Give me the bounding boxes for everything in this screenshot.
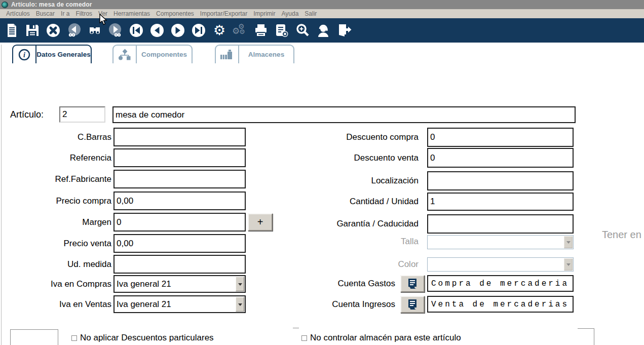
menu-ayuda[interactable]: Ayuda — [279, 10, 302, 17]
tab-label-componentes: Componentes — [137, 46, 192, 63]
settings-button[interactable]: ⚙ — [212, 22, 227, 39]
support-agent-icon — [316, 23, 331, 38]
articulo-code-input[interactable] — [59, 106, 105, 123]
new-record-button[interactable] — [4, 22, 19, 39]
print-button[interactable] — [253, 22, 269, 39]
first-record-button[interactable] — [129, 22, 144, 39]
previous-record-icon — [149, 23, 165, 38]
cuenta-ingresos-input[interactable] — [427, 296, 574, 313]
ledger-icon — [406, 278, 419, 290]
last-record-button[interactable] — [191, 22, 206, 39]
toolbar: ⚙ ⚙⚙⚙ — [0, 18, 644, 43]
menu-articulos[interactable]: Artículos — [3, 10, 33, 17]
last-record-icon — [191, 23, 206, 38]
tab-label-datos-generales: Datos Generales — [36, 46, 91, 63]
no-descuentos-checkbox[interactable] — [71, 335, 77, 341]
referencia-input[interactable] — [113, 148, 246, 167]
next-record-button[interactable] — [170, 22, 185, 39]
gears-icon: ⚙⚙⚙ — [233, 23, 248, 38]
tab-almacenes[interactable]: Almacenes — [215, 45, 294, 63]
search-next-icon — [108, 23, 123, 38]
tab-label-almacenes: Almacenes — [239, 46, 293, 63]
groupbox-left — [10, 329, 58, 345]
precio-compra-input[interactable] — [113, 191, 246, 210]
descuento-venta-input[interactable] — [427, 148, 574, 168]
cbarras-input[interactable] — [113, 128, 246, 146]
ref-fabricante-input[interactable] — [113, 170, 246, 188]
iva-compras-select[interactable]: Iva general 21 — [113, 275, 246, 293]
chevron-down-icon — [566, 263, 571, 268]
first-record-icon — [129, 23, 144, 38]
cuenta-gastos-lookup-button[interactable] — [400, 275, 425, 292]
batch-processes-button[interactable]: ⚙⚙⚙ — [233, 22, 248, 39]
descuento-compra-input[interactable] — [427, 128, 574, 147]
cuenta-ingresos-label: Cuenta Ingresos — [260, 296, 395, 313]
exit-button[interactable] — [336, 22, 352, 39]
cuenta-ingresos-lookup-button[interactable] — [400, 296, 425, 313]
save-icon — [25, 23, 40, 38]
mouse-cursor — [99, 14, 107, 26]
window-title: Artículo: mesa de comedor — [11, 1, 92, 8]
menu-bar: Artículos Buscar Ir a Filtros Ver Herram… — [0, 9, 644, 18]
tab-componentes[interactable]: Componentes — [112, 45, 193, 63]
referencia-label: Referencia — [10, 148, 111, 167]
margen-plus-button[interactable]: + — [248, 213, 273, 231]
precio-venta-input[interactable] — [113, 234, 246, 253]
menu-componentes[interactable]: Componentes — [153, 10, 197, 17]
color-dropdown-button — [564, 258, 573, 271]
cancel-button[interactable] — [46, 22, 61, 39]
title-bar: Artículo: mesa de comedor — [0, 0, 644, 9]
cuenta-gastos-input[interactable] — [427, 275, 574, 292]
chevron-down-icon — [566, 241, 571, 246]
save-button[interactable] — [25, 22, 40, 39]
iva-ventas-select[interactable]: Iva general 21 — [113, 295, 246, 313]
articulo-name-input[interactable] — [112, 106, 576, 123]
iva-ventas-dropdown-button[interactable] — [236, 297, 244, 312]
menu-filtros[interactable]: Filtros — [72, 10, 95, 17]
support-button[interactable] — [316, 22, 331, 39]
search-previous-button[interactable] — [66, 22, 82, 39]
groupbox-middle-edge — [293, 328, 299, 328]
cbarras-label: C.Barras — [10, 128, 111, 146]
groupbox-right — [578, 328, 594, 345]
iva-compras-dropdown-button[interactable] — [236, 277, 244, 291]
delete-record-icon — [274, 23, 289, 38]
exit-door-icon — [336, 23, 352, 38]
menu-salir[interactable]: Salir — [301, 10, 320, 17]
previous-record-button[interactable] — [149, 22, 165, 39]
ledger-icon — [406, 298, 419, 311]
side-note-tener: Tener en — [602, 229, 641, 241]
chevron-down-icon — [238, 283, 242, 288]
no-controlar-almacen-checkbox[interactable] — [301, 335, 307, 341]
app-icon — [2, 2, 8, 8]
garantia-caducidad-input[interactable] — [427, 214, 574, 234]
descuento-compra-label: Descuento compra — [284, 128, 419, 147]
ref-fabricante-label: Ref.Fabricante — [10, 170, 111, 188]
menu-herramientas[interactable]: Herramientas — [110, 10, 153, 17]
menu-ir-a[interactable]: Ir a — [58, 10, 72, 17]
cuenta-gastos-label: Cuenta Gastos — [260, 275, 395, 292]
tab-datos-generales[interactable]: i Datos Generales — [12, 45, 92, 63]
talla-dropdown-button — [564, 236, 573, 248]
zoom-button[interactable] — [295, 22, 310, 39]
ud-medida-input[interactable] — [113, 255, 246, 274]
margen-label: Margen — [10, 213, 111, 232]
iva-ventas-label: Iva en Ventas — [10, 295, 111, 313]
talla-label: Talla — [284, 233, 419, 250]
gear-icon: ⚙ — [213, 23, 225, 38]
margen-input[interactable] — [113, 213, 246, 232]
cantidad-unidad-input[interactable] — [427, 193, 574, 211]
iva-compras-value: Iva general 21 — [115, 279, 235, 289]
ud-medida-label: Ud. medida — [10, 255, 111, 274]
svg-text:i: i — [23, 51, 25, 59]
delete-record-button[interactable] — [274, 22, 289, 39]
printer-icon — [253, 23, 269, 38]
search-next-button[interactable] — [108, 22, 123, 39]
talla-select — [427, 235, 574, 249]
localizacion-input[interactable] — [427, 171, 574, 190]
menu-buscar[interactable]: Buscar — [33, 10, 58, 17]
menu-imprimir[interactable]: Imprimir — [250, 10, 278, 17]
info-icon: i — [18, 49, 30, 61]
iva-compras-label: Iva en Compras — [10, 275, 111, 293]
menu-importar-exportar[interactable]: Importar/Exportar — [197, 10, 250, 17]
